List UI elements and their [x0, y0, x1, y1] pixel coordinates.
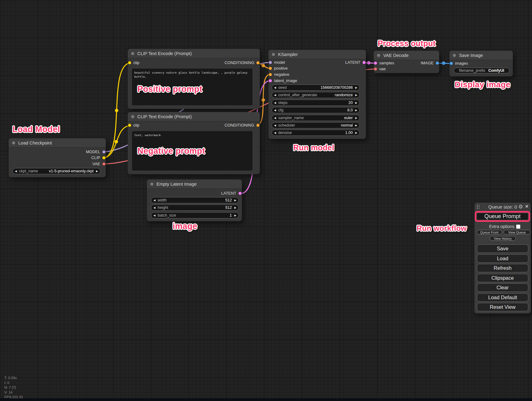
- annotation-load-model: Load Model: [12, 125, 60, 134]
- widget-label: ckpt_name: [19, 169, 38, 173]
- left-arrow-icon[interactable]: ◀: [153, 206, 156, 209]
- right-arrow-icon[interactable]: ▶: [96, 170, 98, 173]
- node-ksampler[interactable]: KSampler model LATENT positive negative …: [268, 50, 366, 139]
- node-vae-decode[interactable]: VAE Decode samples IMAGE vae: [374, 51, 439, 73]
- seed-widget[interactable]: ◀ seed 156680208700286 ▶: [272, 84, 360, 91]
- load-default-button[interactable]: Load Default: [477, 293, 528, 302]
- view-history-button[interactable]: View History: [490, 236, 516, 241]
- close-icon[interactable]: ✕: [525, 204, 529, 209]
- node-empty-latent-image[interactable]: Empty Latent Image LATENT ◀ width 512 ▶ …: [147, 179, 242, 221]
- left-arrow-icon[interactable]: ◀: [153, 199, 156, 202]
- queue-prompt-button[interactable]: Queue Prompt: [477, 213, 528, 220]
- collapse-dot-icon[interactable]: [377, 54, 380, 57]
- clear-button[interactable]: Clear: [477, 283, 528, 292]
- gear-icon[interactable]: ⚙: [518, 204, 523, 210]
- steps-widget[interactable]: ◀ steps 20 ▶: [272, 100, 360, 106]
- node-save-image[interactable]: Save Image images filename_prefix ComfyU…: [449, 51, 513, 76]
- left-arrow-icon[interactable]: ◀: [274, 86, 276, 89]
- node-clip-text-encode-positive[interactable]: CLIP Text Encode (Prompt) clip CONDITION…: [128, 49, 260, 109]
- wire-dot-cond-negative: [262, 98, 265, 102]
- left-arrow-icon[interactable]: ◀: [274, 101, 276, 104]
- port-samples-input[interactable]: [374, 62, 377, 65]
- node-title-bar[interactable]: CLIP Text Encode (Prompt): [128, 49, 260, 58]
- port-vae-input[interactable]: [374, 67, 377, 71]
- annotation-negative-prompt: Negative prompt: [137, 146, 205, 156]
- port-label: negative: [274, 72, 289, 77]
- right-arrow-icon[interactable]: ▶: [355, 86, 357, 89]
- load-button[interactable]: Load: [477, 254, 528, 263]
- clipspace-button[interactable]: Clipspace: [477, 274, 528, 282]
- node-load-checkpoint[interactable]: Load Checkpoint MODEL CLIP VAE ◀ ckpt_na…: [9, 138, 106, 177]
- refresh-button[interactable]: Refresh: [477, 264, 528, 272]
- left-arrow-icon[interactable]: ◀: [274, 94, 276, 97]
- left-arrow-icon[interactable]: ◀: [153, 214, 156, 217]
- port-model-output[interactable]: [102, 150, 105, 153]
- perf-stats: T: 0.00s I: 0 N: 7 [7] V: 14 FPS:101.01: [4, 376, 23, 400]
- right-arrow-icon[interactable]: ▶: [355, 109, 357, 112]
- node-graph-canvas[interactable]: Load Checkpoint MODEL CLIP VAE ◀ ckpt_na…: [0, 0, 532, 401]
- widget-label: denoise: [278, 131, 292, 135]
- widget-value: v1-5-pruned-emaonly.ckpt: [49, 169, 93, 173]
- width-widget[interactable]: ◀ width 512 ▶: [151, 197, 239, 203]
- collapse-dot-icon[interactable]: [131, 115, 134, 118]
- collapse-dot-icon[interactable]: [12, 141, 15, 144]
- collapse-dot-icon[interactable]: [150, 183, 153, 186]
- right-arrow-icon[interactable]: ▶: [355, 124, 357, 127]
- right-arrow-icon[interactable]: ▶: [355, 101, 357, 104]
- port-model-input[interactable]: [269, 61, 272, 64]
- save-button[interactable]: Save: [477, 244, 528, 253]
- left-arrow-icon[interactable]: ◀: [15, 170, 17, 173]
- queue-front-button[interactable]: Queue Front: [477, 230, 502, 235]
- node-clip-text-encode-negative[interactable]: CLIP Text Encode (Prompt) clip CONDITION…: [128, 112, 260, 174]
- port-latent-output[interactable]: [238, 192, 242, 195]
- port-clip-output[interactable]: [102, 156, 105, 159]
- view-queue-button[interactable]: View Queue: [504, 230, 530, 235]
- port-positive-input[interactable]: [269, 67, 272, 70]
- node-title: Empty Latent Image: [157, 182, 197, 187]
- scheduler-widget[interactable]: ◀ scheduler normal ▶: [272, 122, 360, 128]
- port-conditioning-output[interactable]: [256, 61, 260, 64]
- reset-view-button[interactable]: Reset View: [477, 303, 528, 311]
- cfg-widget[interactable]: ◀ cfg 8.0 ▶: [272, 107, 360, 113]
- node-title-bar[interactable]: CLIP Text Encode (Prompt): [128, 112, 260, 121]
- right-arrow-icon[interactable]: ▶: [355, 117, 357, 119]
- port-clip-input[interactable]: [128, 61, 131, 64]
- port-vae-output[interactable]: [102, 162, 105, 166]
- port-conditioning-output[interactable]: [256, 124, 260, 127]
- right-arrow-icon[interactable]: ▶: [355, 132, 357, 134]
- port-image-output[interactable]: [436, 62, 439, 65]
- collapse-dot-icon[interactable]: [453, 54, 456, 57]
- right-arrow-icon[interactable]: ▶: [234, 199, 236, 202]
- left-arrow-icon[interactable]: ◀: [274, 132, 276, 134]
- left-arrow-icon[interactable]: ◀: [274, 124, 276, 127]
- node-title-bar[interactable]: Empty Latent Image: [147, 179, 242, 189]
- control-after-generate-widget[interactable]: ◀ control_after_generate randomize ▶: [272, 92, 360, 98]
- input-row: clip: [128, 123, 139, 128]
- sampler-name-widget[interactable]: ◀ sampler_name euler ▶: [272, 115, 360, 121]
- node-title-bar[interactable]: VAE Decode: [374, 51, 439, 60]
- right-arrow-icon[interactable]: ▶: [234, 214, 236, 217]
- port-negative-input[interactable]: [269, 73, 272, 76]
- widget-label: filename_prefix: [459, 68, 485, 73]
- denoise-widget[interactable]: ◀ denoise 1.00 ▶: [272, 130, 360, 136]
- port-clip-input[interactable]: [128, 124, 131, 127]
- collapse-dot-icon[interactable]: [272, 53, 275, 56]
- widget-label: scheduler: [278, 123, 295, 127]
- port-latent-output[interactable]: [363, 61, 366, 64]
- extra-options-checkbox[interactable]: [516, 225, 520, 229]
- filename-prefix-widget[interactable]: filename_prefix ComfyUI: [454, 68, 509, 73]
- right-arrow-icon[interactable]: ▶: [355, 94, 357, 97]
- ckpt-name-widget[interactable]: ◀ ckpt_name v1-5-pruned-emaonly.ckpt ▶: [12, 168, 101, 174]
- collapse-dot-icon[interactable]: [131, 52, 134, 55]
- left-arrow-icon[interactable]: ◀: [274, 117, 276, 119]
- height-widget[interactable]: ◀ height 512 ▶: [151, 205, 239, 211]
- node-title-bar[interactable]: Save Image: [449, 51, 513, 60]
- node-title-bar[interactable]: Load Checkpoint: [9, 138, 106, 148]
- right-arrow-icon[interactable]: ▶: [234, 206, 236, 209]
- annotation-run-workflow: Run workflow: [417, 224, 467, 233]
- node-title-bar[interactable]: KSampler: [268, 50, 366, 59]
- port-images-input[interactable]: [450, 62, 453, 65]
- left-arrow-icon[interactable]: ◀: [274, 109, 276, 112]
- batch-size-widget[interactable]: ◀ batch_size 1 ▶: [151, 212, 239, 218]
- port-latent-image-input[interactable]: [269, 79, 272, 82]
